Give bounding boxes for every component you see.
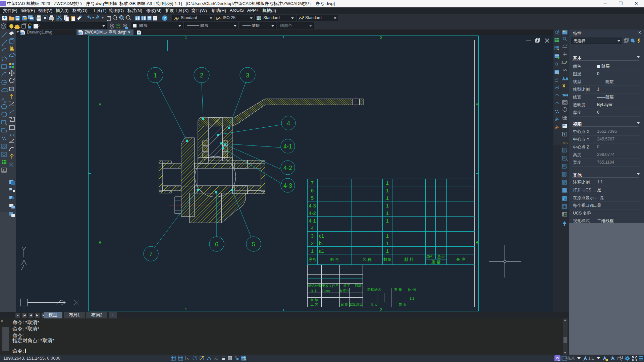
svg-text:1: 1 (558, 30, 559, 33)
svg-text:1: 1 (185, 35, 187, 40)
svg-text:1: 1 (386, 188, 389, 193)
svg-text:4: 4 (311, 225, 314, 231)
svg-text:1:1: 1:1 (410, 297, 414, 300)
svg-text:4-3: 4-3 (309, 203, 316, 208)
svg-text:数量: 数量 (383, 257, 391, 262)
svg-text:备 注: 备 注 (456, 257, 465, 262)
svg-text:工 艺: 工 艺 (311, 303, 318, 306)
svg-text:?: ? (164, 16, 166, 20)
svg-text:总计: 总计 (437, 254, 445, 259)
svg-text:1: 1 (185, 307, 187, 312)
svg-text:4-1: 4-1 (309, 218, 316, 224)
svg-text:?: ? (564, 133, 565, 136)
svg-text:B: B (99, 240, 101, 245)
svg-text:a1: a1 (319, 248, 324, 254)
svg-text:日期: 日期 (355, 284, 362, 288)
svg-text:A: A (476, 102, 478, 107)
svg-text:3: 3 (311, 233, 314, 239)
svg-text:2: 2 (311, 240, 314, 246)
svg-text:2: 2 (200, 72, 203, 79)
svg-text:1: 1 (154, 72, 157, 79)
svg-text:签字: 签字 (343, 284, 350, 288)
svg-text:比 例: 比 例 (408, 288, 416, 292)
svg-text:6: 6 (215, 241, 218, 248)
svg-text:1: 1 (386, 210, 389, 216)
svg-text:DWG: DWG (79, 33, 83, 35)
svg-text:1:1: 1:1 (588, 356, 594, 361)
svg-text:Clark: Clark (322, 289, 330, 293)
svg-text:处数: 处数 (315, 284, 322, 288)
svg-text:4-1: 4-1 (283, 143, 292, 150)
svg-text:2022.09.18: 2022.09.18 (350, 303, 362, 306)
svg-text:标准化: 标准化 (339, 289, 350, 292)
svg-text:1: 1 (311, 248, 314, 254)
svg-text:更改文件号: 更改文件号 (322, 284, 339, 288)
svg-text:重 量: 重 量 (394, 288, 402, 292)
svg-text:材 料: 材 料 (404, 257, 413, 262)
svg-text:3: 3 (246, 72, 249, 79)
svg-text:2: 2 (380, 35, 382, 40)
svg-text:b1: b1 (319, 241, 324, 246)
svg-text:1: 1 (386, 195, 389, 201)
svg-text:审 核: 审 核 (311, 298, 318, 302)
svg-text:7: 7 (149, 251, 153, 257)
svg-text:共 页: 共 页 (370, 303, 378, 306)
svg-text:A-A: A-A (562, 77, 568, 81)
svg-text:序号: 序号 (308, 257, 316, 262)
svg-text:2: 2 (380, 307, 382, 312)
svg-text:Text: Text (562, 94, 568, 97)
svg-text:单件: 单件 (426, 254, 434, 259)
svg-text:1: 1 (386, 240, 389, 246)
svg-text:1: 1 (386, 233, 389, 239)
svg-text:图 号: 图 号 (330, 257, 339, 262)
svg-text:7: 7 (311, 180, 314, 186)
svg-text:第 页: 第 页 (399, 303, 407, 306)
svg-text:图样标记: 图样标记 (367, 288, 381, 292)
svg-text:设 计: 设 计 (310, 289, 318, 292)
svg-text:p.d: p.d (562, 357, 567, 360)
svg-text:4-3: 4-3 (283, 182, 292, 189)
svg-text:5: 5 (252, 241, 255, 248)
svg-text:1: 1 (386, 218, 389, 224)
svg-text:5: 5 (311, 195, 314, 201)
svg-text:6: 6 (311, 188, 314, 193)
svg-text:毫米: 毫米 (567, 356, 575, 361)
svg-text:1: 1 (386, 248, 389, 254)
svg-text:1: 1 (386, 180, 389, 186)
svg-text:名 称: 名 称 (362, 257, 371, 262)
svg-text:B: B (476, 240, 478, 245)
svg-text:重 量: 重 量 (431, 260, 440, 264)
svg-text:日 期: 日 期 (341, 303, 348, 306)
svg-text:4-2: 4-2 (283, 165, 292, 171)
svg-text:A: A (99, 102, 101, 107)
svg-text:4: 4 (287, 120, 290, 127)
svg-text:4-2: 4-2 (309, 210, 316, 216)
svg-text:c1: c1 (319, 233, 324, 239)
svg-text:1: 1 (386, 203, 389, 208)
svg-text:DWG: DWG (21, 33, 25, 35)
svg-text:标记: 标记 (308, 284, 315, 288)
